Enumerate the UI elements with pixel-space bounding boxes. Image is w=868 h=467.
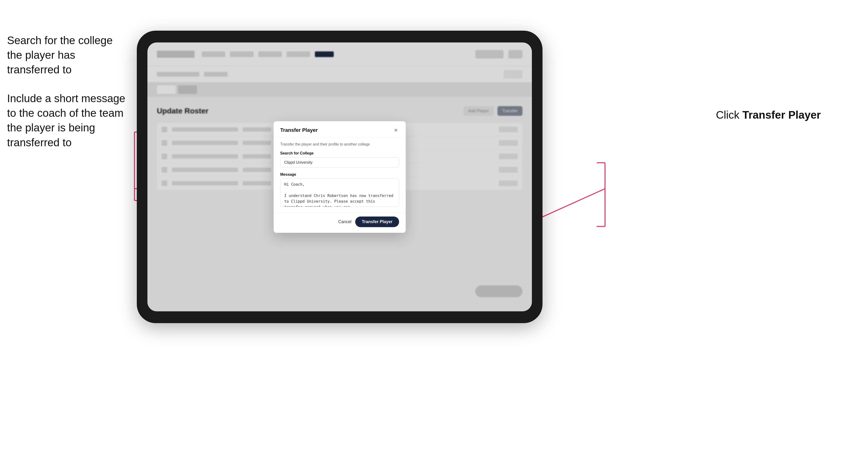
transfer-player-modal: Transfer Player ✕ Transfer the player an… <box>274 121 406 233</box>
annotation-text-1: Search for the college the player has tr… <box>7 33 130 77</box>
annotation-left: Search for the college the player has tr… <box>7 33 130 150</box>
modal-title: Transfer Player <box>280 127 318 133</box>
college-input[interactable] <box>280 157 399 168</box>
modal-header: Transfer Player ✕ <box>274 121 406 137</box>
tablet-screen: Update Roster Add Player Transfer <box>148 42 532 311</box>
modal-overlay: Transfer Player ✕ Transfer the player an… <box>148 42 532 311</box>
modal-close-button[interactable]: ✕ <box>393 127 399 133</box>
transfer-player-button[interactable]: Transfer Player <box>355 217 399 227</box>
message-textarea[interactable]: Hi Coach, I understand Chris Robertson h… <box>280 179 399 207</box>
modal-subtitle: Transfer the player and their profile to… <box>280 142 399 147</box>
annotation-right: Click Transfer Player <box>716 108 821 121</box>
modal-footer: Cancel Transfer Player <box>274 213 406 233</box>
college-label: Search for College <box>280 151 399 155</box>
cancel-button[interactable]: Cancel <box>338 219 351 224</box>
annotation-text-2: Include a short message to the coach of … <box>7 91 130 150</box>
message-label: Message <box>280 173 399 177</box>
annotation-right-bold: Transfer Player <box>743 109 821 121</box>
modal-body: Transfer the player and their profile to… <box>274 137 406 213</box>
tablet-device: Update Roster Add Player Transfer <box>137 31 542 323</box>
annotation-right-prefix: Click <box>716 109 742 121</box>
